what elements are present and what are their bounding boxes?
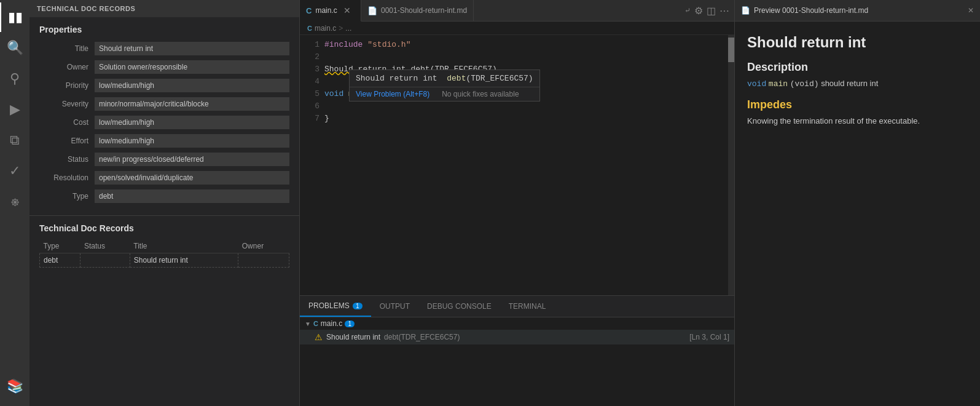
problem-detail: debt(TDR_EFCE6C57) bbox=[384, 333, 460, 341]
run-icon[interactable]: ▶ bbox=[0, 95, 29, 124]
col-title: Title bbox=[130, 239, 238, 253]
preview-description-heading: Description bbox=[747, 61, 968, 74]
tab-label-doc-md: 0001-Should-return-int.md bbox=[381, 6, 467, 15]
breadcrumb: C main.c > ... bbox=[300, 22, 734, 35]
input-title[interactable] bbox=[95, 42, 289, 55]
properties-title: Properties bbox=[39, 25, 289, 34]
extensions-icon[interactable]: ⧉ bbox=[0, 125, 29, 155]
problem-group: ▼ C main.c 1 bbox=[300, 317, 734, 330]
preview-impedes-section: Impedes Knowing the termination result o… bbox=[747, 98, 968, 125]
input-severity[interactable] bbox=[95, 97, 289, 111]
search-icon[interactable]: 🔍 bbox=[0, 33, 29, 63]
label-resolution: Resolution bbox=[39, 173, 95, 182]
tab-problems[interactable]: PROBLEMS 1 bbox=[300, 296, 371, 317]
code-area[interactable]: 1 2 3 4 5 6 7 #include "stdio.h" Should … bbox=[300, 35, 734, 295]
preview-code-keyword: void bbox=[747, 79, 766, 89]
input-priority[interactable] bbox=[95, 79, 289, 92]
label-priority: Priority bbox=[39, 81, 95, 90]
scrollbar-thumb bbox=[728, 38, 734, 62]
tab-label-main-c: main.c bbox=[315, 6, 337, 15]
toolbar-more-icon[interactable]: ⋯ bbox=[719, 5, 729, 17]
warning-icon: ⚠ bbox=[315, 332, 323, 342]
preview-tab-label: Preview 0001-Should-return-int.md bbox=[754, 6, 868, 15]
code-line-7: } bbox=[324, 113, 728, 125]
problem-message: Should return int bbox=[326, 333, 380, 341]
tab-main-c[interactable]: C main.c ✕ bbox=[300, 0, 361, 22]
sidebar-header: TECHNICAL DOC RECORDS bbox=[29, 0, 299, 17]
property-row-resolution: Resolution bbox=[39, 171, 289, 185]
tab-terminal[interactable]: TERMINAL bbox=[500, 296, 555, 317]
problems-badge: 1 bbox=[353, 303, 363, 309]
breadcrumb-file: main.c bbox=[315, 24, 336, 33]
problem-item: ⚠ Should return int debt(TDR_EFCE6C57) [… bbox=[300, 330, 734, 344]
input-cost[interactable] bbox=[95, 116, 289, 129]
output-label: OUTPUT bbox=[380, 302, 410, 311]
tooltip-popup: Should return int debt(TDR_EFCE6C57) Vie… bbox=[349, 70, 540, 102]
tab-doc-md[interactable]: 📄 0001-Should-return-int.md bbox=[361, 0, 474, 21]
label-owner: Owner bbox=[39, 63, 95, 71]
group-c-icon: C bbox=[313, 320, 318, 327]
breadcrumb-sep: > bbox=[339, 24, 343, 33]
preview-impedes-heading: Impedes bbox=[747, 98, 968, 111]
label-type: Type bbox=[39, 192, 95, 201]
group-file: main.c bbox=[321, 319, 342, 328]
label-status: Status bbox=[39, 155, 95, 164]
preview-tab-bar: 📄 Preview 0001-Should-return-int.md ✕ bbox=[735, 0, 980, 22]
editor-scrollbar[interactable] bbox=[728, 35, 734, 295]
tab-debug-console[interactable]: DEBUG CONSOLE bbox=[418, 296, 500, 317]
input-effort[interactable] bbox=[95, 134, 289, 148]
preview-close-button[interactable]: ✕ bbox=[968, 6, 974, 15]
tab-bar: C main.c ✕ 📄 0001-Should-return-int.md ⤶… bbox=[300, 0, 734, 22]
input-owner[interactable] bbox=[95, 60, 289, 74]
problems-label: PROBLEMS bbox=[308, 301, 350, 310]
sidebar: TECHNICAL DOC RECORDS Properties Title O… bbox=[29, 0, 300, 406]
preview-title-section: Should return int bbox=[747, 34, 968, 51]
code-line-1: #include "stdio.h" bbox=[324, 39, 728, 51]
preview-code-func: main bbox=[769, 79, 788, 89]
tdr-table: Type Status Title Owner debt Should retu… bbox=[39, 239, 289, 268]
editor-area: C main.c ✕ 📄 0001-Should-return-int.md ⤶… bbox=[300, 0, 734, 406]
input-resolution[interactable] bbox=[95, 171, 289, 185]
preview-panel: 📄 Preview 0001-Should-return-int.md ✕ Sh… bbox=[734, 0, 980, 406]
property-row-owner: Owner bbox=[39, 60, 289, 74]
terminal-label: TERMINAL bbox=[509, 302, 546, 311]
label-cost: Cost bbox=[39, 118, 95, 127]
breadcrumb-location: ... bbox=[345, 24, 351, 33]
test-icon[interactable]: ✓ bbox=[0, 156, 29, 186]
problem-location: [Ln 3, Col 1] bbox=[689, 333, 729, 341]
files-icon[interactable]: ▮▮ bbox=[0, 2, 29, 32]
col-type: Type bbox=[40, 239, 80, 253]
editor-content: 1 2 3 4 5 6 7 #include "stdio.h" Should … bbox=[300, 35, 734, 406]
toolbar-settings-icon[interactable]: ⚙ bbox=[694, 5, 703, 17]
properties-section: Properties Title Owner Priority Severity… bbox=[29, 17, 299, 215]
toolbar-split-icon[interactable]: ◫ bbox=[707, 5, 716, 17]
label-effort: Effort bbox=[39, 137, 95, 145]
input-status[interactable] bbox=[95, 153, 289, 166]
source-control-icon[interactable]: ⚲ bbox=[0, 64, 29, 94]
close-tab-main-c[interactable]: ✕ bbox=[343, 6, 351, 15]
tooltip-footer: View Problem (Alt+F8) No quick fixes ava… bbox=[350, 87, 539, 101]
view-problem-link[interactable]: View Problem (Alt+F8) bbox=[356, 90, 429, 98]
branch-icon[interactable]: ⤶ bbox=[684, 6, 691, 15]
c-icon: C bbox=[306, 6, 312, 15]
property-row-severity: Severity bbox=[39, 97, 289, 111]
line-numbers: 1 2 3 4 5 6 7 bbox=[300, 35, 324, 295]
preview-description-section: Description void main (void) should retu… bbox=[747, 61, 968, 89]
code-line-2 bbox=[324, 51, 728, 63]
no-fix-label: No quick fixes available bbox=[442, 90, 519, 98]
tab-output[interactable]: OUTPUT bbox=[371, 296, 418, 317]
property-row-cost: Cost bbox=[39, 116, 289, 129]
preview-content: Should return int Description void main … bbox=[735, 22, 980, 406]
book-icon[interactable]: 📚 bbox=[0, 372, 29, 401]
cell-title: Should return int bbox=[130, 253, 238, 268]
preview-impedes-text: Knowing the termination result of the ex… bbox=[747, 116, 968, 125]
remote-icon[interactable]: ⎈ bbox=[0, 187, 29, 217]
col-status: Status bbox=[80, 239, 130, 253]
chevron-icon: ▼ bbox=[305, 320, 311, 327]
property-row-status: Status bbox=[39, 153, 289, 166]
cell-type: debt bbox=[40, 253, 80, 268]
input-type[interactable] bbox=[95, 189, 289, 203]
code-line-6 bbox=[324, 100, 728, 113]
tdr-section: Technical Doc Records Type Status Title … bbox=[29, 215, 299, 275]
table-row: debt Should return int bbox=[40, 253, 289, 268]
